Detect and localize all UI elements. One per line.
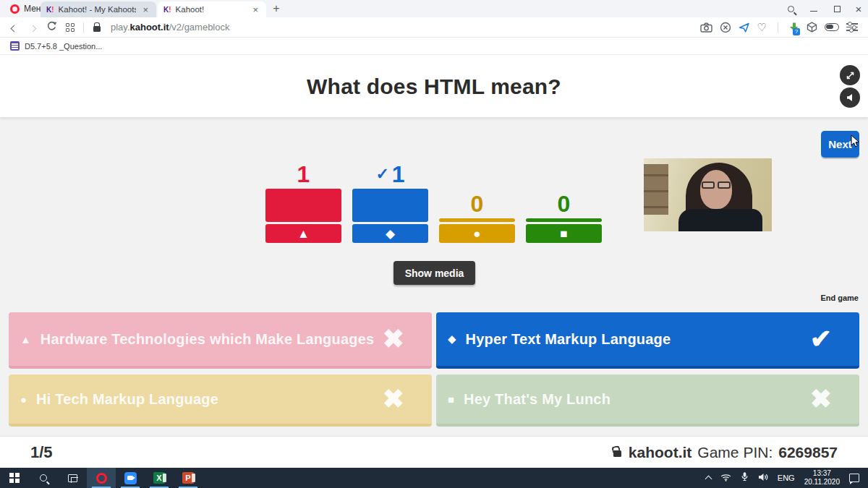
square-icon: ■ — [448, 393, 454, 406]
answer-yellow[interactable]: ● Hi Tech Markup Language ✖ — [9, 374, 432, 427]
circle-icon: ● — [20, 393, 27, 406]
result-bar-blue — [352, 189, 428, 222]
task-view-button[interactable] — [58, 468, 87, 488]
bookmark-favicon — [10, 41, 20, 51]
bookmark-item[interactable]: D5.7+5.8 _Question... — [25, 42, 102, 51]
window-minimize-button[interactable] — [803, 0, 825, 17]
taskbar-search-button[interactable] — [29, 468, 58, 488]
answer-blue-correct[interactable]: ◆ Hyper Text Markup Language ✔ — [436, 312, 859, 369]
taskbar-clock[interactable]: 13:3720.11.2020 — [804, 469, 840, 487]
easy-setup-icon[interactable] — [846, 23, 858, 31]
taskbar-zoom[interactable] — [116, 468, 145, 488]
fullscreen-button[interactable] — [840, 65, 860, 85]
next-button[interactable]: Next — [821, 131, 859, 158]
speed-dial-icon[interactable] — [61, 23, 80, 32]
snapshot-camera-icon[interactable] — [700, 22, 712, 33]
zoom-icon — [124, 472, 137, 484]
excel-icon: X — [153, 472, 165, 484]
answer-red[interactable]: ▲ Hardware Technologies which Make Langu… — [9, 312, 432, 369]
result-column-yellow: 0 ● — [439, 158, 515, 243]
result-bar-green — [526, 218, 602, 222]
my-flow-icon[interactable] — [739, 22, 750, 33]
circle-icon: ● — [473, 228, 480, 240]
window-close-button[interactable]: × — [848, 0, 868, 17]
correct-check-icon: ✓ — [375, 166, 388, 182]
new-tab-button[interactable]: + — [269, 1, 284, 16]
question-progress: 1/5 — [30, 443, 53, 462]
taskbar-excel[interactable]: X — [145, 468, 174, 488]
result-bar-yellow — [439, 218, 515, 222]
result-column-blue: ✓1 ◆ — [352, 158, 428, 243]
result-count-blue: ✓1 — [375, 163, 404, 186]
webcam-video — [644, 158, 772, 231]
result-base-yellow: ● — [439, 224, 515, 243]
diamond-icon: ◆ — [386, 228, 395, 240]
download-badge: ? — [793, 28, 800, 35]
tab-kahoot-active[interactable]: K! Kahoot! × — [158, 1, 266, 17]
window-restore-button[interactable] — [826, 0, 848, 17]
tab-close-icon[interactable]: × — [140, 4, 150, 15]
answer-text: Hardware Technologies which Make Languag… — [41, 331, 383, 348]
footer-pin-label: Game PIN: — [697, 444, 773, 461]
webcam-person-glasses — [702, 181, 731, 189]
wifi-icon[interactable] — [720, 471, 731, 484]
battery-saver-icon[interactable] — [825, 23, 839, 31]
search-icon — [40, 474, 47, 481]
end-game-button[interactable]: End game — [820, 294, 859, 302]
volume-icon[interactable] — [758, 471, 768, 484]
language-indicator[interactable]: ENG — [778, 474, 795, 482]
tab-my-kahoots[interactable]: K! Kahoot! - My Kahoots × — [41, 1, 156, 17]
result-base-red: ▲ — [265, 224, 341, 243]
divider — [83, 22, 84, 33]
taskbar-powerpoint[interactable]: P — [174, 468, 203, 488]
square-icon: ■ — [560, 228, 567, 240]
game-footer: 1/5 kahoot.it Game PIN: 6269857 — [0, 437, 868, 468]
speaker-icon — [846, 93, 854, 102]
opera-icon — [96, 473, 107, 484]
windows-logo-icon — [9, 473, 20, 483]
result-count-red: 1 — [297, 163, 310, 186]
adblock-icon[interactable] — [720, 22, 731, 33]
wrong-x-icon: ✖ — [383, 386, 404, 412]
lock-icon — [613, 450, 621, 457]
game-pin: 6269857 — [778, 444, 838, 461]
mute-audio-button[interactable] — [840, 87, 860, 108]
action-center-icon[interactable] — [849, 474, 859, 482]
bookmark-heart-icon[interactable]: ♡ — [757, 21, 767, 34]
extension-cube-icon[interactable] — [807, 22, 817, 33]
url-text[interactable]: play.kahoot.it/v2/gameblock — [111, 22, 230, 33]
result-base-blue: ◆ — [352, 224, 428, 243]
correct-check-icon: ✔ — [810, 326, 832, 352]
back-icon[interactable] — [4, 21, 23, 33]
webcam-shelf — [644, 164, 668, 215]
lock-icon[interactable] — [93, 26, 101, 32]
address-bar: play.kahoot.it/v2/gameblock ♡ ? — [0, 17, 868, 38]
powerpoint-icon: P — [182, 472, 194, 484]
tray-expand-icon[interactable] — [705, 476, 712, 483]
triangle-icon: ▲ — [297, 228, 310, 240]
tab-title: Kahoot! — [176, 5, 247, 14]
windows-taskbar: X P ENG 13:3720.11.2020 — [0, 468, 868, 488]
answer-text: Hey That's My Lunch — [464, 391, 810, 408]
browser-tab-strip: Меню K! Kahoot! - My Kahoots × K! Kahoot… — [0, 0, 868, 17]
answer-text: Hi Tech Markup Language — [36, 391, 383, 408]
task-view-icon — [68, 474, 77, 482]
reload-icon[interactable] — [42, 21, 61, 34]
downloads-icon[interactable]: ? — [789, 22, 799, 33]
tab-close-icon[interactable]: × — [250, 4, 260, 15]
webcam-person-torso — [678, 209, 762, 231]
result-column-red: 1 ▲ — [265, 158, 341, 243]
forward-icon[interactable] — [23, 21, 42, 33]
result-count-green: 0 — [558, 192, 571, 215]
answer-green[interactable]: ■ Hey That's My Lunch ✖ — [436, 374, 859, 427]
start-button[interactable] — [0, 468, 29, 488]
browser-search-icon[interactable] — [780, 0, 801, 17]
tab-title: Kahoot! - My Kahoots — [59, 5, 137, 14]
microphone-icon[interactable] — [741, 471, 749, 484]
footer-site: kahoot.it — [629, 444, 692, 461]
taskbar-opera[interactable] — [87, 468, 116, 488]
show-media-button[interactable]: Show media — [393, 261, 475, 285]
answer-text: Hyper Text Markup Language — [466, 331, 810, 348]
result-count-yellow: 0 — [471, 192, 484, 215]
divider — [778, 22, 778, 33]
